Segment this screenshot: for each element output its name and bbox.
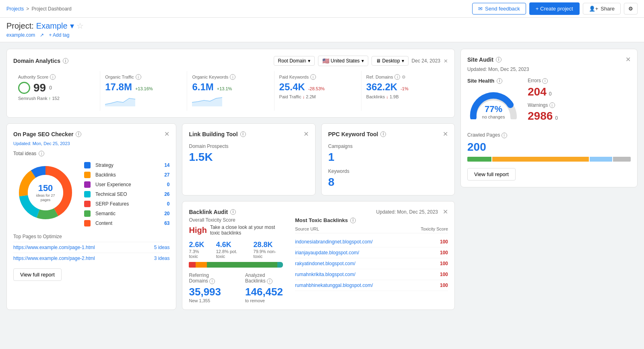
- crawled-info[interactable]: i: [502, 133, 507, 138]
- create-project-button[interactable]: + Create project: [529, 2, 580, 15]
- root-domain-filter[interactable]: Root Domain ▾: [274, 56, 315, 66]
- domain-analytics-info[interactable]: i: [63, 58, 68, 64]
- organic-traffic-metric: Organic Traffic i 17.8M +13.16%: [100, 71, 187, 111]
- toxic-row-2: irianjayaupdate.blogspot.com/ 100: [295, 247, 448, 258]
- pb-gray: [613, 157, 631, 162]
- organic-keywords-chart: [192, 94, 224, 106]
- add-tag-button[interactable]: + Add tag: [49, 32, 69, 38]
- organic-traffic-chart: [105, 94, 137, 106]
- warnings-metric: Warnings i 2986 0: [528, 102, 631, 123]
- top-bar: Projects > Project Dashboard ✉ Send feed…: [0, 0, 644, 18]
- errors-info[interactable]: i: [542, 78, 548, 84]
- settings-icon-small[interactable]: ⚙: [402, 75, 406, 80]
- page-row-1: https://www.example.com/page-1.html 5 id…: [13, 242, 169, 253]
- ppc-keyword-card: PPC Keyword Tool i ✕ Campaigns 1 Keyword…: [321, 123, 455, 195]
- date-filter: Dec 24, 2023: [412, 58, 440, 64]
- backlink-audit-info[interactable]: i: [230, 209, 236, 215]
- authority-circle: [18, 82, 30, 94]
- settings-button[interactable]: ⚙: [624, 3, 638, 15]
- toxic-row-3: rakyatindonet.blogspot.com/ 100: [295, 258, 448, 269]
- link-building-header: Link Building Tool i ✕: [189, 130, 309, 138]
- domain-analytics-title: Domain Analytics i: [13, 58, 68, 64]
- link-building-info[interactable]: i: [240, 131, 246, 137]
- gear-icon: ⚙: [628, 6, 633, 12]
- top-pages: Top Pages to Optimize https://www.exampl…: [13, 234, 169, 264]
- toxic-4k: 4.6K 12.8% pot. toxic: [216, 241, 246, 259]
- toxic-row-5: rumahbhinekatunggal.blogspot.com/ 100: [295, 280, 448, 291]
- chevron-icon: ▾: [361, 58, 364, 64]
- link-building-stats: Domain Prospects 1.5K: [189, 143, 309, 164]
- breadcrumb-projects[interactable]: Projects: [6, 6, 24, 12]
- ref-domains-info[interactable]: i: [394, 74, 400, 80]
- right-column: Site Audit i ✕ Updated: Mon, Dec 25, 202…: [460, 49, 638, 310]
- toxic-28k: 28.8K 79.9% non-toxic: [254, 241, 283, 259]
- chevron-icon: ▾: [308, 58, 310, 64]
- toxic-row-1: indonesiabrandingnet.blogspot.com/ 100: [295, 237, 448, 247]
- paid-keywords-metric: Paid Keywords i 25.4K -28.53% Paid Traff…: [275, 71, 361, 111]
- svg-text:150: 150: [38, 183, 53, 193]
- seo-tools-row: On Page SEO Checker i ✕ Updated: Mon, De…: [6, 123, 455, 310]
- project-title: Project: Example ▾ ☆: [6, 21, 638, 31]
- site-health-info[interactable]: i: [497, 78, 502, 84]
- ref-domains-info[interactable]: i: [209, 278, 215, 284]
- site-audit-close[interactable]: ✕: [625, 56, 631, 63]
- ppc-close[interactable]: ✕: [443, 130, 448, 138]
- device-filter[interactable]: 🖥 Desktop ▾: [372, 56, 409, 66]
- country-filter[interactable]: 🇺🇸 United States ▾: [318, 56, 368, 66]
- site-audit-header: Site Audit i ✕: [467, 56, 631, 63]
- legend-strategy: Strategy 14: [84, 160, 169, 170]
- on-page-seo-info[interactable]: i: [76, 131, 81, 137]
- dropdown-icon[interactable]: ▾: [70, 21, 74, 31]
- star-icon[interactable]: ☆: [76, 21, 84, 31]
- backlink-audit-close[interactable]: ✕: [443, 208, 448, 216]
- pb-green: [467, 157, 491, 162]
- technical-seo-dot: [84, 191, 91, 197]
- link-building-close[interactable]: ✕: [303, 130, 309, 138]
- flag-icon: 🇺🇸: [322, 58, 329, 64]
- semantic-dot: [84, 210, 91, 217]
- backlink-audit-card: Backlink Audit i Updated: Mon, Dec 25, 2…: [182, 201, 455, 310]
- desktop-icon: 🖥: [376, 58, 381, 64]
- tools-top-row: Link Building Tool i ✕ Domain Prospects …: [182, 123, 455, 195]
- link-building-card: Link Building Tool i ✕ Domain Prospects …: [182, 123, 316, 195]
- crawled-pages-section: Crawled Pages i 200: [467, 132, 631, 162]
- total-ideas-info[interactable]: i: [39, 151, 44, 156]
- toxic-2k: 2.6K 7.3% toxic: [189, 241, 208, 259]
- referring-domains: Referring Domains i 35,993 New 1,355: [189, 272, 221, 303]
- organic-keywords-info[interactable]: i: [230, 74, 235, 80]
- breadcrumb-sep: >: [26, 6, 29, 12]
- domain-analytics-header: Domain Analytics i Root Domain ▾ 🇺🇸 Unit…: [13, 56, 448, 66]
- top-bar-right: ✉ Send feedback + Create project 👤+ Shar…: [472, 2, 638, 15]
- authority-score-metric: Authority Score i 99 0 Semrush Rank ↑ 15…: [13, 71, 100, 111]
- feedback-button[interactable]: ✉ Send feedback: [472, 3, 526, 15]
- project-url[interactable]: example.com: [6, 32, 35, 38]
- toxicity-bar: [189, 262, 283, 268]
- svg-marker-0: [105, 98, 135, 106]
- breadcrumb: Projects > Project Dashboard: [6, 6, 72, 12]
- domain-analytics-card: Domain Analytics i Root Domain ▾ 🇺🇸 Unit…: [6, 49, 455, 118]
- site-audit-info[interactable]: i: [496, 57, 502, 62]
- analyzed-info[interactable]: i: [267, 278, 272, 284]
- ref-domains-row: Referring Domains i 35,993 New 1,355 Ana…: [189, 272, 283, 303]
- site-health-section: Site Health i 77% no changes: [467, 78, 520, 119]
- da-metrics: Authority Score i 99 0 Semrush Rank ↑ 15…: [13, 71, 448, 111]
- warnings-info[interactable]: i: [549, 102, 555, 108]
- on-page-seo-close[interactable]: ✕: [164, 130, 169, 138]
- paid-keywords-info[interactable]: i: [310, 74, 316, 80]
- close-icon[interactable]: ✕: [444, 58, 448, 64]
- organic-traffic-info[interactable]: i: [136, 74, 141, 80]
- svg-text:ideas for 27: ideas for 27: [36, 193, 55, 197]
- authority-info[interactable]: i: [50, 74, 56, 80]
- site-audit-view-report-button[interactable]: View full report: [467, 168, 516, 181]
- backlink-left: Overall Toxicity Score High Take a close…: [189, 217, 283, 303]
- backlink-audit-header: Backlink Audit i Updated: Mon, Dec 25, 2…: [189, 208, 448, 216]
- seo-view-report-button[interactable]: View full report: [13, 268, 62, 281]
- project-name[interactable]: Example: [36, 21, 68, 31]
- toxic-backlinks-info[interactable]: i: [350, 218, 356, 223]
- backlink-body: Overall Toxicity Score High Take a close…: [189, 217, 448, 303]
- ref-domains-metric: Ref. Domains i ⚙ 362.2K -1% Backlinks ↓ …: [361, 71, 448, 111]
- share-button[interactable]: 👤+ Share: [583, 3, 621, 15]
- ppc-campaigns: Campaigns 1: [328, 143, 448, 164]
- ppc-info[interactable]: i: [380, 131, 386, 137]
- legend-ux: User Experience 0: [84, 180, 169, 189]
